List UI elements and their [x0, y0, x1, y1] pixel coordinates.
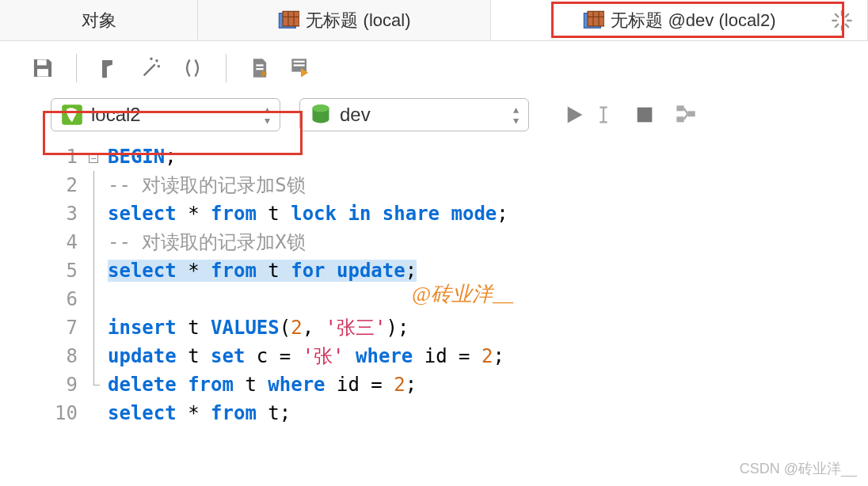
explain-icon[interactable]	[675, 104, 697, 126]
svg-line-17	[846, 13, 849, 16]
database-dropdown[interactable]: dev ▴▾	[299, 98, 529, 131]
svg-line-16	[836, 24, 839, 26]
code-line: insert t VALUES(2, '张三');	[101, 313, 409, 342]
svg-rect-24	[256, 64, 263, 66]
tab-label: 无标题 @dev (local2)	[611, 9, 775, 32]
line-number: 4	[0, 228, 86, 256]
svg-line-14	[836, 13, 839, 16]
csdn-watermark: CSDN @砖业洋__	[740, 459, 857, 478]
tab-label: 无标题 (local)	[306, 9, 410, 32]
line-number: 7	[0, 313, 86, 342]
database-icon	[310, 104, 332, 126]
toolbar-main	[0, 41, 868, 95]
cursor-icon[interactable]	[592, 104, 615, 126]
svg-rect-39	[687, 111, 695, 116]
svg-rect-19	[37, 69, 48, 76]
connection-dropdown[interactable]: local2 ▴▾	[51, 98, 280, 131]
document-icon[interactable]	[249, 57, 271, 79]
dropdown-label: local2	[91, 104, 257, 126]
svg-rect-1	[283, 11, 299, 26]
stop-icon[interactable]	[634, 104, 656, 126]
separator	[76, 54, 77, 82]
tab-untitled-dev[interactable]: 无标题 @dev (local2)	[491, 0, 868, 40]
svg-point-31	[313, 104, 329, 112]
run-icon[interactable]	[564, 104, 586, 126]
watermark: @砖业洋__	[412, 280, 513, 308]
line-number: 5	[0, 256, 86, 285]
svg-line-20	[144, 64, 155, 75]
code-line: delete from t where id = 2;	[101, 370, 417, 399]
svg-rect-37	[676, 105, 683, 111]
connection-icon	[61, 104, 83, 126]
chevron-updown-icon: ▴▾	[265, 104, 270, 126]
line-number: 8	[0, 342, 86, 370]
line-number: 10	[0, 399, 86, 427]
svg-rect-6	[588, 11, 604, 26]
tab-objects[interactable]: 对象	[0, 0, 198, 40]
line-number: 9	[0, 370, 86, 399]
svg-line-15	[846, 24, 849, 26]
tab-bar: 对象 无标题 (local) 无标题 @dev (local2)	[0, 0, 868, 41]
svg-marker-32	[568, 107, 583, 123]
table-icon	[582, 9, 604, 32]
code-line: -- 对读取的记录加S锁	[101, 171, 306, 199]
svg-line-40	[684, 108, 688, 114]
parentheses-icon[interactable]	[181, 57, 204, 79]
tab-label: 对象	[82, 9, 116, 32]
fold-toggle[interactable]: −	[86, 142, 101, 171]
svg-point-22	[158, 66, 159, 67]
line-number: 3	[0, 199, 86, 228]
svg-rect-25	[256, 68, 263, 70]
save-icon[interactable]	[32, 57, 54, 79]
svg-point-21	[156, 60, 158, 62]
toolbar-connection: local2 ▴▾ dev ▴▾	[0, 95, 868, 142]
chevron-updown-icon: ▴▾	[513, 104, 519, 126]
code-line: select * from t;	[101, 399, 291, 427]
svg-point-23	[150, 58, 152, 59]
svg-rect-28	[294, 64, 305, 66]
line-number: 1	[0, 142, 86, 171]
code-line: BEGIN;	[101, 142, 177, 171]
code-line: update t set c = '张' where id = 2;	[101, 342, 504, 370]
svg-rect-18	[37, 60, 47, 66]
svg-rect-36	[638, 108, 653, 123]
line-number: 2	[0, 171, 86, 199]
table-icon	[277, 9, 299, 32]
hammer-icon[interactable]	[99, 57, 121, 79]
code-line: select * from t for update;	[101, 256, 417, 285]
loading-spinner-icon	[831, 9, 853, 32]
export-table-icon[interactable]	[290, 57, 312, 79]
dropdown-label: dev	[340, 104, 505, 126]
separator	[226, 54, 227, 82]
line-number: 6	[0, 285, 86, 313]
svg-rect-27	[294, 61, 305, 63]
svg-line-41	[684, 114, 688, 120]
tab-untitled-local[interactable]: 无标题 (local)	[198, 0, 491, 40]
code-line: select * from t lock in share mode;	[101, 199, 508, 228]
wand-icon[interactable]	[140, 57, 162, 79]
svg-rect-38	[676, 116, 683, 122]
code-line: -- 对读取的记录加X锁	[101, 228, 306, 256]
